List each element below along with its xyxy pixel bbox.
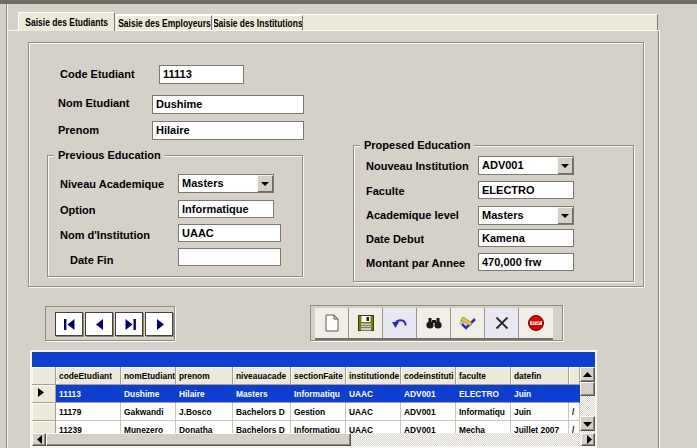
grid-cell[interactable]: Gestion bbox=[291, 403, 346, 421]
grid-column-header[interactable]: codeinstituti bbox=[401, 367, 456, 385]
grid-cell[interactable]: ELECTRO bbox=[456, 385, 511, 403]
chevron-down-icon[interactable] bbox=[557, 157, 573, 174]
grid-column-header[interactable]: prenom bbox=[176, 367, 233, 385]
chevron-down-icon[interactable] bbox=[257, 175, 273, 192]
date-debut-label: Date Debut bbox=[366, 233, 424, 245]
grid-cell[interactable] bbox=[569, 385, 580, 403]
academique-level-label: Academique level bbox=[366, 209, 459, 221]
nom-etudiant-input[interactable]: Dushime bbox=[152, 95, 304, 114]
grid-cell[interactable]: UAAC bbox=[346, 385, 401, 403]
tab-page-right-highlight bbox=[659, 30, 660, 448]
move-first-button[interactable] bbox=[55, 312, 83, 336]
move-previous-button[interactable] bbox=[85, 312, 113, 336]
tab-label: Saisie des Institutions bbox=[213, 18, 303, 29]
nouveau-institution-label: Nouveau Institution bbox=[366, 160, 469, 172]
proposed-education-title: Propesed Education bbox=[360, 139, 474, 151]
combo-value: Masters bbox=[182, 177, 224, 189]
new-document-icon bbox=[324, 314, 340, 332]
grid-column-header[interactable]: nomEtudiant bbox=[121, 367, 176, 385]
grid-cell[interactable]: / bbox=[569, 403, 580, 421]
grid-column-header[interactable]: datefin bbox=[511, 367, 569, 385]
academique-level-combo[interactable]: Masters bbox=[478, 206, 574, 225]
grid-row[interactable]: 11179GakwandiJ.BoscoBachelors DGestionUA… bbox=[32, 403, 595, 421]
grid-row[interactable]: 11113DushimeHilaireMastersInformatiquUAA… bbox=[32, 385, 595, 403]
grid-cell[interactable]: Juin bbox=[511, 385, 569, 403]
grid-cell[interactable]: Juin bbox=[511, 403, 569, 421]
vscroll-thumb[interactable] bbox=[580, 382, 595, 396]
find-button[interactable] bbox=[417, 308, 451, 338]
grid-cell[interactable]: Gakwandi bbox=[121, 403, 176, 421]
save-icon bbox=[357, 315, 374, 332]
undo-button[interactable] bbox=[383, 308, 417, 338]
nom-etudiant-label: Nom Etudiant bbox=[58, 97, 130, 109]
tab-saisie-institutions[interactable]: Saisie des Institutions bbox=[213, 15, 303, 30]
date-fin-input[interactable] bbox=[178, 248, 281, 266]
move-last-button[interactable] bbox=[115, 312, 143, 336]
left-window-edge-highlight bbox=[7, 4, 8, 448]
new-record-button[interactable] bbox=[315, 308, 349, 338]
grid-cell[interactable]: Bachelors D bbox=[233, 403, 291, 421]
grid-column-header[interactable]: sectionFaite bbox=[291, 367, 346, 385]
prenom-label: Prenom bbox=[58, 124, 99, 136]
scroll-down-button[interactable] bbox=[580, 416, 595, 431]
grid-cell[interactable]: ADV001 bbox=[401, 403, 456, 421]
grid-column-header[interactable]: niveauacade bbox=[233, 367, 291, 385]
option-input[interactable]: Informatique bbox=[178, 200, 274, 218]
nom-institution-input[interactable]: UAAC bbox=[178, 224, 281, 242]
date-debut-input[interactable]: Kamena bbox=[478, 229, 574, 247]
montant-annee-input[interactable]: 470,000 frw bbox=[478, 253, 574, 271]
faculte-label: Faculte bbox=[366, 185, 405, 197]
prenom-input[interactable]: Hilaire bbox=[152, 121, 304, 140]
grid-column-header[interactable]: faculte bbox=[456, 367, 511, 385]
niveau-academique-label: Niveau Academique bbox=[60, 178, 164, 190]
grid-header-row[interactable]: codeEtudiantnomEtudiantprenomniveauacade… bbox=[32, 367, 595, 385]
scroll-up-button[interactable] bbox=[580, 367, 595, 382]
stop-button[interactable]: STOP bbox=[519, 308, 553, 338]
scroll-left-button[interactable] bbox=[32, 433, 46, 446]
students-data-grid[interactable]: codeEtudiantnomEtudiantprenomniveauacade… bbox=[30, 350, 597, 448]
tab-saisie-employeurs[interactable]: Saisie des Employeurs bbox=[116, 15, 212, 30]
grid-cell[interactable]: Informatiqu bbox=[291, 385, 346, 403]
record-navigation-panel bbox=[45, 306, 175, 341]
grid-cell[interactable]: Informatiqu bbox=[456, 403, 511, 421]
tab-label: Saisie des Etudiants bbox=[25, 17, 108, 28]
grid-cell[interactable]: 11179 bbox=[56, 403, 121, 421]
row-selector-cell[interactable] bbox=[32, 385, 56, 403]
pencil-check-icon bbox=[459, 315, 477, 331]
undo-icon bbox=[391, 316, 408, 330]
move-next-button[interactable] bbox=[145, 312, 173, 336]
grid-column-header[interactable] bbox=[569, 367, 580, 385]
binoculars-icon bbox=[425, 316, 442, 330]
delete-button[interactable] bbox=[485, 308, 519, 338]
option-label: Option bbox=[60, 204, 95, 216]
current-record-icon bbox=[38, 388, 44, 397]
grid-column-header[interactable]: codeEtudiant bbox=[56, 367, 121, 385]
code-etudiant-input[interactable]: 11113 bbox=[159, 65, 244, 84]
grid-cell[interactable]: J.Bosco bbox=[176, 403, 233, 421]
grid-cell[interactable]: ADV001 bbox=[401, 385, 456, 403]
nouveau-institution-combo[interactable]: ADV001 bbox=[478, 156, 574, 175]
combo-value: ADV001 bbox=[482, 159, 524, 171]
grid-column-header[interactable]: institutionde bbox=[346, 367, 401, 385]
row-selector-cell[interactable] bbox=[32, 403, 56, 421]
grid-cell[interactable]: 11113 bbox=[56, 385, 121, 403]
faculte-input[interactable]: ELECTRO bbox=[478, 181, 574, 199]
grid-cell[interactable]: Dushime bbox=[121, 385, 176, 403]
montant-annee-label: Montant par Annee bbox=[366, 257, 465, 269]
save-button[interactable] bbox=[349, 308, 383, 338]
chevron-down-icon[interactable] bbox=[557, 207, 573, 224]
grid-corner-cell[interactable] bbox=[32, 367, 56, 385]
validate-button[interactable] bbox=[451, 308, 485, 338]
combo-value: Masters bbox=[482, 209, 524, 221]
grid-cell[interactable]: UAAC bbox=[346, 403, 401, 421]
niveau-academique-combo[interactable]: Masters bbox=[178, 174, 274, 193]
form-saisie-etudiants: Saisie des Etudiants Saisie des Employeu… bbox=[0, 0, 697, 448]
date-fin-label: Date Fin bbox=[70, 254, 113, 266]
scroll-right-button[interactable] bbox=[581, 433, 595, 446]
grid-cell[interactable]: Hilaire bbox=[176, 385, 233, 403]
grid-cell[interactable]: Masters bbox=[233, 385, 291, 403]
tab-saisie-etudiants[interactable]: Saisie des Etudiants bbox=[18, 12, 115, 31]
grid-vscrollbar[interactable] bbox=[580, 367, 595, 433]
hscroll-thumb[interactable] bbox=[46, 433, 351, 446]
grid-hscrollbar[interactable] bbox=[32, 433, 595, 446]
